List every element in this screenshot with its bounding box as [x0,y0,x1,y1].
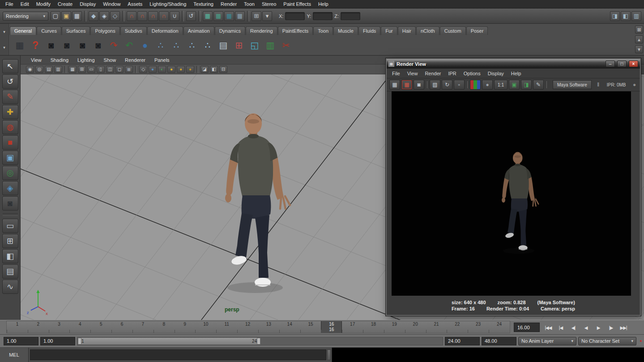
safe-title-icon[interactable]: ◼ [125,66,133,73]
render-view-menu-display[interactable]: Display [484,71,508,76]
frame-tick-20[interactable]: 20 [405,321,426,333]
close-button[interactable]: × [629,60,638,67]
play-forwards-button[interactable]: ▶ [593,322,604,333]
shelf-tab-rendering[interactable]: Rendering [246,26,277,35]
x-input[interactable] [285,12,305,20]
select-component-icon[interactable]: ◇ [110,11,120,21]
render-view-menu-view[interactable]: View [404,71,422,76]
ipr-status-icon[interactable]: ● [629,80,640,90]
bookmark-icon[interactable]: ▥ [54,66,62,73]
wireframe-icon[interactable]: ◇ [139,66,147,73]
frame-tick-5[interactable]: 5 [90,321,111,333]
open-scene-icon[interactable]: ▣ [61,11,71,21]
character-set-dropdown[interactable]: No Character Set ▾ [578,337,636,345]
use-all-lights-icon[interactable]: ● [167,66,175,73]
layout-four-pane-icon[interactable]: ⊞ [2,234,18,248]
move-tool-icon[interactable]: ✚ [2,105,18,119]
command-line-divider[interactable] [327,349,331,360]
main-menu-texturing[interactable]: Texturing [190,0,217,9]
render-view-menu-ipr[interactable]: IPR [444,71,460,76]
shelf-camera-icon[interactable]: ◙ [44,38,58,52]
shelf-tab-fur[interactable]: Fur [381,26,397,35]
new-scene-icon[interactable]: ▢ [51,11,60,21]
shelf-help-icon[interactable]: ? [28,38,43,52]
main-menu-file[interactable]: File [2,0,17,9]
go-to-end-button[interactable]: ▶▶| [618,322,629,333]
frame-tick-14[interactable]: 14 [279,321,300,333]
gate-mask-icon[interactable]: ◫ [106,66,114,73]
command-language-toggle[interactable]: MEL [0,348,29,362]
trash-icon[interactable]: ⊠ [635,26,643,34]
ipr-region-icon[interactable]: ▫ [454,80,465,90]
shelf-tab-painteffects[interactable]: PaintEffects [278,26,313,35]
frame-tick-11[interactable]: 11 [216,321,237,333]
viewport-menu-renderer[interactable]: Renderer [121,57,149,63]
snap-point-icon[interactable]: ∩ [148,11,158,21]
viewport-menu-show[interactable]: Show [100,57,120,63]
anim-layer-dropdown[interactable]: No Anim Layer ▾ [518,337,576,345]
snap-plane-icon[interactable]: ∩ [159,11,169,21]
construction-history-icon[interactable]: ↺ [186,11,196,21]
render-frame-icon[interactable]: ▦ [389,80,400,90]
frame-tick-22[interactable]: 22 [447,321,468,333]
shelf-tab-deformation[interactable]: Deformation [147,26,183,35]
shelf-tab-animation[interactable]: Animation [183,26,214,35]
shelf-curve-tool-icon[interactable]: ↷ [107,38,121,52]
soft-mod-tool-icon[interactable]: ◎ [2,166,18,180]
show-manipulator-icon[interactable]: ◈ [2,181,18,195]
render-view-titlebar[interactable]: ▦ Render View – □ × [387,59,640,69]
viewport-menu-view[interactable]: View [27,57,46,63]
character-model[interactable] [210,108,300,296]
frame-tick-15[interactable]: 15 [300,321,321,333]
shelf-camera-stereo-icon[interactable]: ◙ [91,38,105,52]
select-object-icon[interactable]: ◈ [99,11,109,21]
shelf-tab-menu-icon[interactable]: ▾ [3,30,5,34]
shelf-tab-subdivs[interactable]: Subdivs [120,26,147,35]
render-view-menu-render[interactable]: Render [421,71,444,76]
current-time-field[interactable]: 16.00 [514,323,540,332]
main-menu-create[interactable]: Create [54,0,76,9]
main-menu-help[interactable]: Help [315,0,332,9]
smooth-shade-icon[interactable]: ● [149,66,157,73]
ipr-render-icon[interactable]: ▧ [430,80,440,90]
viewport-menu-shading[interactable]: Shading [47,57,73,63]
last-tool-icon[interactable]: ◙ [2,196,18,211]
frame-tick-12[interactable]: 12 [237,321,258,333]
grid-toggle-icon[interactable]: ⊞ [78,66,86,73]
shelf-scroll-down-icon[interactable]: ▼ [635,45,643,53]
save-scene-icon[interactable]: ▦ [72,11,82,21]
lock-camera-icon[interactable]: ◎ [35,66,43,73]
render-view-menu-options[interactable]: Options [460,71,484,76]
range-slider-track[interactable]: 1 24 [77,337,443,345]
shelf-arc-tool-icon[interactable]: ↶ [122,38,136,52]
viewport-menu-panels[interactable]: Panels [150,57,174,63]
frame-tick-18[interactable]: 18 [363,321,384,333]
snapshot-icon[interactable]: ◙ [414,80,424,90]
snap-live-icon[interactable]: ∪ [170,11,179,21]
command-input[interactable] [30,349,326,360]
shelf-render-globals-icon[interactable]: ▦ [13,38,27,52]
select-tool-icon[interactable]: ↖ [2,59,18,73]
playback-start-field[interactable]: 1.00 [40,337,75,345]
auto-key-icon[interactable]: ● [638,337,644,345]
attribute-editor-toggle-icon[interactable]: ◨ [610,11,620,21]
main-menu-render[interactable]: Render [217,0,240,9]
chevron-down-icon[interactable]: ▾ [262,11,272,21]
animation-start-field[interactable]: 1.00 [4,337,38,345]
shelf-camera-up-icon[interactable]: ◙ [75,38,90,52]
scale-tool-icon[interactable]: ■ [2,135,18,150]
open-render-view-icon[interactable]: ▦ [203,11,213,21]
frame-tick-23[interactable]: 23 [468,321,489,333]
render-current-frame-icon[interactable]: ▦ [213,11,223,21]
playback-end-field[interactable]: 24.00 [445,337,480,345]
default-light-icon[interactable]: ● [177,66,185,73]
time-slider[interactable]: 123456789101112131415161718192021222324 … [0,320,644,335]
main-menu-edit[interactable]: Edit [17,0,33,9]
shelf-sphere-icon[interactable]: ● [138,38,152,52]
frame-tick-2[interactable]: 2 [28,321,49,333]
remove-image-icon[interactable]: ◨ [521,80,532,90]
shelf-tab-polygons[interactable]: Polygons [90,26,119,35]
shelf-tab-hair[interactable]: Hair [398,26,416,35]
shelf-poly-cube-icon[interactable]: ◱ [247,38,262,52]
universal-manipulator-icon[interactable]: ▣ [2,151,18,165]
